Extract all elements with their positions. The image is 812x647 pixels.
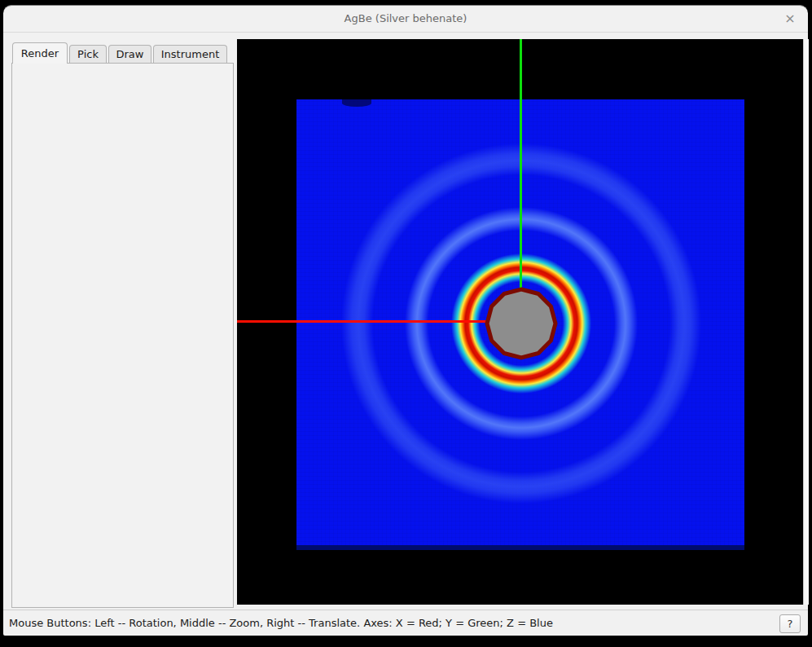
- app-window: AgBe (Silver behenate) × Render Pick Dra…: [3, 5, 808, 636]
- render-panel: [11, 63, 234, 608]
- detector-artifact: [342, 99, 371, 107]
- screen: { "window": { "title": "AgBe (Silver beh…: [0, 0, 812, 647]
- window-title: AgBe (Silver behenate): [3, 6, 808, 33]
- statusbar: Mouse Buttons: Left -- Rotation, Middle …: [3, 610, 808, 636]
- titlebar: AgBe (Silver behenate) ×: [3, 6, 808, 33]
- tab-render[interactable]: Render: [12, 42, 68, 64]
- tab-instrument[interactable]: Instrument: [153, 45, 227, 64]
- tab-draw[interactable]: Draw: [108, 45, 151, 64]
- detector-edge-strip: [296, 545, 744, 550]
- close-icon[interactable]: ×: [782, 11, 798, 27]
- x-axis-line: [237, 320, 490, 323]
- tab-pick[interactable]: Pick: [69, 45, 107, 64]
- status-text: Mouse Buttons: Left -- Rotation, Middle …: [9, 610, 553, 637]
- viewport-scrollbar[interactable]: [803, 39, 809, 605]
- beamstop-mask: [481, 283, 562, 364]
- y-axis-line: [520, 39, 522, 293]
- render-viewport[interactable]: [237, 39, 803, 605]
- help-button[interactable]: ?: [779, 614, 801, 633]
